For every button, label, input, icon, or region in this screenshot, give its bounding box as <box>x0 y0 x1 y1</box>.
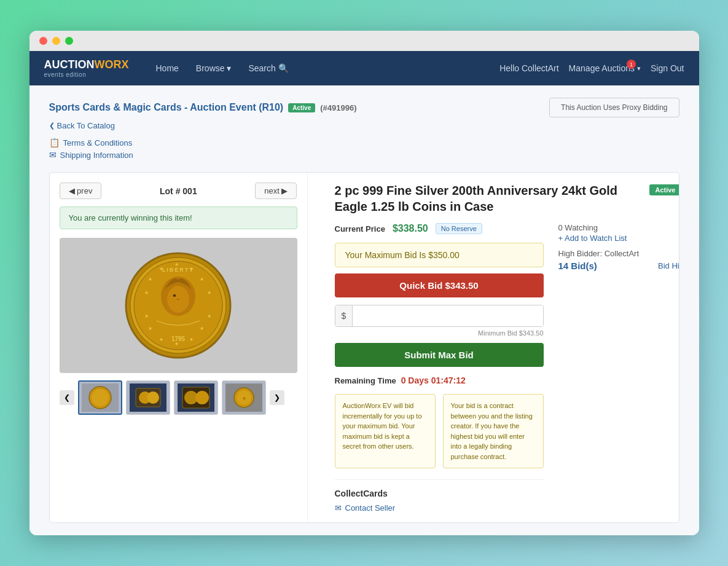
svg-text:★: ★ <box>144 290 149 296</box>
max-bid-text: Your Maximum Bid Is $350.00 <box>345 250 460 260</box>
nav-home[interactable]: Home <box>149 60 186 77</box>
remaining-label: Remaining Time <box>335 376 396 385</box>
watching-count: 0 Watching <box>558 223 679 232</box>
thumb-svg-3 <box>178 383 214 412</box>
shipping-link[interactable]: ✉ Shipping Information <box>49 150 679 160</box>
thumb-svg-1 <box>82 383 119 412</box>
nav-search[interactable]: Search 🔍 <box>241 60 296 77</box>
no-reserve-badge: No Reserve <box>436 223 482 234</box>
thumbnail-4[interactable]: ★ <box>222 380 266 415</box>
price-row: Current Price $338.50 No Reserve <box>335 223 544 234</box>
lot-right-side: 0 Watching + Add to Watch List High Bidd… <box>558 223 679 513</box>
thumbnail-1[interactable] <box>78 380 122 415</box>
logo: AUCTIONWORX events edition <box>44 58 129 78</box>
terms-link[interactable]: 📋 Terms & Conditions <box>49 138 679 147</box>
svg-point-28 <box>147 391 159 404</box>
bid-amount-input[interactable] <box>353 305 542 326</box>
svg-text:★: ★ <box>207 313 211 319</box>
main-content: Sports Cards & Magic Cards - Auction Eve… <box>29 85 699 535</box>
lot-active-badge: Active <box>649 184 679 195</box>
winning-banner: You are currently winning this item! <box>60 206 297 229</box>
dropdown-icon: ▾ <box>637 65 641 73</box>
info-text-left: AuctionWorx EV will bid incrementally fo… <box>343 402 422 450</box>
auction-title-text: Sports Cards & Magic Cards - Auction Eve… <box>49 102 284 113</box>
minimize-dot[interactable] <box>52 37 60 45</box>
auction-title-row: Sports Cards & Magic Cards - Auction Eve… <box>49 98 679 117</box>
bid-count: 14 Bid(s) <box>558 261 597 271</box>
info-boxes: AuctionWorx EV will bid incrementally fo… <box>335 394 544 468</box>
bid-history-link[interactable]: Bid History ❯ <box>658 261 679 270</box>
svg-text:★: ★ <box>189 337 194 342</box>
svg-text:★: ★ <box>200 326 204 331</box>
thumb-next-arrow[interactable]: ❯ <box>270 390 284 405</box>
thumbnails: ❮ <box>60 380 297 415</box>
svg-text:★: ★ <box>144 313 149 319</box>
min-bid-note: Minimum Bid $343.50 <box>335 329 544 337</box>
svg-text:LIBERTY: LIBERTY <box>162 267 195 273</box>
nav-right: Hello CollectArt Manage Auctions ▾ 1 Sig… <box>499 63 684 73</box>
navbar: AUCTIONWORX events edition Home Browse ▾… <box>29 51 699 85</box>
back-to-catalog[interactable]: Back To Catalog <box>49 121 679 130</box>
svg-point-24 <box>92 389 109 406</box>
lot-bid-area: Current Price $338.50 No Reserve Your Ma… <box>335 223 544 513</box>
coin-svg: ★ ★ ★ ★ ★ ★ ★ ★ ★ ★ ★ ★ ★ <box>123 250 233 361</box>
svg-text:1795: 1795 <box>171 336 186 342</box>
main-lot-image[interactable]: ★ ★ ★ ★ ★ ★ ★ ★ ★ ★ ★ ★ ★ <box>60 238 297 373</box>
lot-title-row: 2 pc 999 Fine Silver 200th Anniversary 2… <box>335 183 679 214</box>
close-dot[interactable] <box>39 37 47 45</box>
proxy-bidding-label: This Auction Uses Proxy Bidding <box>561 103 667 112</box>
high-bidder: High Bidder: CollectArt <box>558 249 679 258</box>
logo-worx: WORX <box>95 58 129 71</box>
back-link-text: Back To Catalog <box>57 121 115 130</box>
auction-title-group: Sports Cards & Magic Cards - Auction Eve… <box>49 102 357 113</box>
svg-text:★: ★ <box>159 337 163 342</box>
max-bid-display: Your Maximum Bid Is $350.00 <box>335 243 544 267</box>
shipping-text: Shipping Information <box>60 151 133 160</box>
current-price-value: $338.50 <box>393 223 428 234</box>
info-box-left: AuctionWorx EV will bid incrementally fo… <box>335 394 436 468</box>
svg-text:★: ★ <box>200 277 204 282</box>
svg-text:★: ★ <box>148 326 152 331</box>
submit-max-bid-button[interactable]: Submit Max Bid <box>335 343 544 367</box>
lot-layout: ◀ prev Lot # 001 next ▶ You are currentl… <box>49 172 679 523</box>
prev-lot-button[interactable]: ◀ prev <box>60 183 102 199</box>
browser-chrome <box>29 31 699 51</box>
terms-icon: 📋 <box>49 138 60 147</box>
nav-manage-auctions[interactable]: Manage Auctions ▾ 1 <box>569 63 641 73</box>
quick-bid-button[interactable]: Quick Bid $343.50 <box>335 273 544 297</box>
thumbnail-3[interactable] <box>174 380 218 415</box>
auction-active-badge: Active <box>288 103 315 112</box>
thumb-prev-arrow[interactable]: ❮ <box>60 390 74 405</box>
thumbnail-2[interactable] <box>126 380 170 415</box>
info-text-right: Your bid is a contract between you and t… <box>451 402 533 460</box>
terms-text: Terms & Conditions <box>63 138 133 147</box>
maximize-dot[interactable] <box>65 37 73 45</box>
winning-text: You are currently winning this item! <box>69 213 192 222</box>
thumb-svg-4: ★ <box>225 383 262 412</box>
svg-text:★: ★ <box>207 290 211 296</box>
watchlist-text: + Add to Watch List <box>558 234 627 243</box>
contact-seller-link[interactable]: ✉ Contact Seller <box>335 503 544 513</box>
lot-right-inner: Current Price $338.50 No Reserve Your Ma… <box>335 223 679 513</box>
svg-point-19 <box>173 294 176 297</box>
browser-window: AUCTIONWORX events edition Home Browse ▾… <box>29 31 699 535</box>
auction-id: (#491996) <box>320 103 356 112</box>
lot-nav: ◀ prev Lot # 001 next ▶ <box>60 183 297 199</box>
nav-browse[interactable]: Browse ▾ <box>189 60 239 77</box>
nav-hello: Hello CollectArt <box>499 63 558 73</box>
info-box-right: Your bid is a contract between you and t… <box>443 394 544 468</box>
svg-point-18 <box>167 286 189 313</box>
remaining-time-value: 0 Days 01:47:12 <box>401 375 466 385</box>
logo-brand: AUCTIONWORX <box>44 58 129 71</box>
bid-input-row: $ <box>335 305 544 327</box>
seller-name: CollectCards <box>335 489 544 498</box>
svg-text:★: ★ <box>241 396 246 401</box>
next-lot-button[interactable]: next ▶ <box>255 183 297 199</box>
lot-title: 2 pc 999 Fine Silver 200th Anniversary 2… <box>335 183 643 214</box>
svg-text:★: ★ <box>148 277 152 282</box>
shipping-icon: ✉ <box>49 150 57 160</box>
nav-signout[interactable]: Sign Out <box>651 63 684 73</box>
notification-badge: 1 <box>627 60 636 69</box>
svg-point-32 <box>195 391 209 404</box>
add-to-watchlist-button[interactable]: + Add to Watch List <box>558 234 679 243</box>
